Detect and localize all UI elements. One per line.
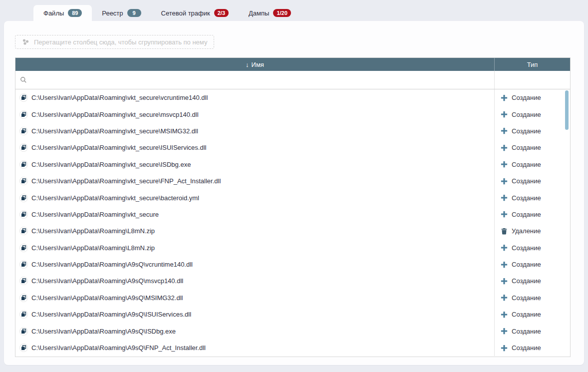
plus-icon [501, 278, 508, 285]
file-path: C:\Users\Ivan\AppData\Roaming\vkt_secure… [31, 161, 191, 168]
file-copy-icon [19, 277, 28, 285]
table-row[interactable]: C:\Users\Ivan\AppData\Roaming\vkt_secure… [15, 139, 570, 156]
type-cell: Создание [494, 189, 570, 206]
type-cell: Создание [494, 139, 570, 156]
filter-row [15, 71, 570, 89]
type-cell: Создание [494, 273, 570, 289]
file-copy-icon [19, 294, 28, 302]
event-type-label: Удаление [512, 227, 541, 235]
tab-files[interactable]: Файлы 89 [33, 5, 92, 21]
column-name-label: Имя [252, 61, 264, 68]
table-row[interactable]: C:\Users\Ivan\AppData\Roaming\A9sQ\MSIMG… [15, 290, 570, 306]
type-cell: Создание [494, 156, 570, 173]
trash-icon [501, 228, 508, 235]
table-row[interactable]: C:\Users\Ivan\AppData\Roaming\vkt_secure… [15, 173, 570, 189]
column-header-type[interactable]: Тип [494, 58, 570, 71]
name-cell: C:\Users\Ivan\AppData\Roaming\A9sQ\FNP_A… [15, 340, 494, 356]
event-type-label: Создание [512, 194, 541, 202]
file-copy-icon [19, 93, 28, 102]
name-cell: C:\Users\Ivan\AppData\Roaming\A9sQ\msvcp… [15, 273, 494, 289]
event-type-label: Создание [512, 294, 541, 302]
table-row[interactable]: C:\Users\Ivan\AppData\Roaming\vkt_secure… [15, 206, 570, 223]
file-copy-icon [19, 244, 28, 252]
event-type-label: Создание [512, 261, 541, 268]
tab-dumps[interactable]: Дампы 1/20 [239, 5, 301, 21]
event-type-label: Создание [512, 344, 541, 352]
column-type-label: Тип [527, 61, 538, 68]
type-cell: Создание [494, 89, 570, 106]
file-path: C:\Users\Ivan\AppData\Roaming\A9sQ\MSIMG… [31, 294, 183, 302]
table-row[interactable]: C:\Users\Ivan\AppData\Roaming\A9sQ\vcrun… [15, 256, 570, 273]
table-row[interactable]: C:\Users\Ivan\AppData\Roaming\vkt_secure… [15, 156, 570, 173]
event-type-label: Создание [512, 144, 541, 151]
tab-network-traffic[interactable]: Сетевой трафик 2/3 [151, 5, 239, 21]
file-path: C:\Users\Ivan\AppData\Roaming\A9sQ\vcrun… [31, 261, 193, 268]
name-cell: C:\Users\Ivan\AppData\Roaming\vkt_secure… [15, 123, 494, 139]
file-path: C:\Users\Ivan\AppData\Roaming\A9sQ\ISUIS… [31, 311, 191, 318]
event-type-label: Создание [512, 328, 541, 335]
type-cell: Создание [494, 306, 570, 323]
name-cell: C:\Users\Ivan\AppData\Roaming\A9sQ\ISUIS… [15, 306, 494, 323]
name-cell: C:\Users\Ivan\AppData\Roaming\L8mN.zip [15, 223, 494, 239]
type-cell: Создание [494, 290, 570, 306]
table-row[interactable]: C:\Users\Ivan\AppData\Roaming\A9sQ\ISDbg… [15, 323, 570, 339]
plus-icon [501, 244, 508, 251]
file-path: C:\Users\Ivan\AppData\Roaming\vkt_secure… [31, 194, 199, 202]
name-cell: C:\Users\Ivan\AppData\Roaming\vkt_secure [15, 206, 494, 223]
column-header-name[interactable]: ↓ Имя [15, 58, 494, 71]
tab-label: Файлы [43, 9, 64, 17]
file-path: C:\Users\Ivan\AppData\Roaming\vkt_secure… [31, 127, 198, 135]
table-row[interactable]: C:\Users\Ivan\AppData\Roaming\A9sQ\ISUIS… [15, 306, 570, 323]
file-path: C:\Users\Ivan\AppData\Roaming\vkt_secure… [31, 177, 221, 185]
group-by-dropzone[interactable]: Перетащите столбец сюда, чтобы сгруппиро… [15, 35, 214, 49]
file-path: C:\Users\Ivan\AppData\Roaming\L8mN.zip [31, 227, 155, 235]
sort-descending-icon: ↓ [246, 61, 249, 68]
tab-badge: 2/3 [214, 9, 229, 17]
table-row[interactable]: C:\Users\Ivan\AppData\Roaming\vkt_secure… [15, 189, 570, 206]
file-path: C:\Users\Ivan\AppData\Roaming\L8mN.zip [31, 244, 155, 252]
type-cell: Создание [494, 240, 570, 256]
name-cell: C:\Users\Ivan\AppData\Roaming\vkt_secure… [15, 139, 494, 156]
event-type-label: Создание [512, 161, 541, 168]
file-copy-icon [19, 177, 28, 185]
plus-icon [501, 111, 508, 118]
name-cell: C:\Users\Ivan\AppData\Roaming\A9sQ\MSIMG… [15, 290, 494, 306]
event-type-label: Создание [512, 127, 541, 135]
file-path: C:\Users\Ivan\AppData\Roaming\vkt_secure… [31, 94, 208, 101]
tab-label: Сетевой трафик [161, 9, 210, 17]
table-row[interactable]: C:\Users\Ivan\AppData\Roaming\vkt_secure… [15, 123, 570, 139]
type-cell: Создание [494, 123, 570, 139]
name-cell: C:\Users\Ivan\AppData\Roaming\L8mN.zip [15, 240, 494, 256]
plus-icon [501, 94, 508, 101]
event-type-label: Создание [512, 211, 541, 218]
plus-icon [501, 328, 508, 335]
plus-icon [501, 161, 508, 168]
name-cell: C:\Users\Ivan\AppData\Roaming\vkt_secure… [15, 106, 494, 122]
tab-bar: Файлы 89 Реестр 9 Сетевой трафик 2/3 Дам… [0, 0, 588, 21]
name-cell: C:\Users\Ivan\AppData\Roaming\vkt_secure… [15, 89, 494, 106]
table-row[interactable]: C:\Users\Ivan\AppData\Roaming\L8mN.zip С… [15, 240, 570, 256]
plus-icon [501, 127, 508, 134]
content-panel: Перетащите столбец сюда, чтобы сгруппиро… [4, 21, 584, 365]
plus-icon [501, 144, 508, 151]
table-row[interactable]: C:\Users\Ivan\AppData\Roaming\A9sQ\FNP_A… [15, 340, 570, 356]
file-copy-icon [19, 127, 28, 135]
name-filter-input[interactable] [15, 71, 494, 89]
table-row[interactable]: C:\Users\Ivan\AppData\Roaming\A9sQ\msvcp… [15, 273, 570, 289]
table-scrollbar-thumb[interactable] [565, 90, 569, 130]
event-type-label: Создание [512, 311, 541, 318]
type-cell: Создание [494, 206, 570, 223]
event-type-label: Создание [512, 111, 541, 118]
type-filter-input[interactable] [494, 71, 570, 89]
table-row[interactable]: C:\Users\Ivan\AppData\Roaming\vkt_secure… [15, 89, 570, 106]
file-copy-icon [19, 344, 28, 352]
file-path: C:\Users\Ivan\AppData\Roaming\vkt_secure… [31, 111, 199, 118]
tab-registry[interactable]: Реестр 9 [92, 5, 151, 21]
event-type-label: Создание [512, 244, 541, 252]
table-row[interactable]: C:\Users\Ivan\AppData\Roaming\L8mN.zip У… [15, 223, 570, 239]
name-cell: C:\Users\Ivan\AppData\Roaming\vkt_secure… [15, 189, 494, 206]
file-copy-icon [19, 143, 28, 152]
plus-icon [501, 194, 508, 201]
table-row[interactable]: C:\Users\Ivan\AppData\Roaming\vkt_secure… [15, 106, 570, 122]
file-copy-icon [19, 310, 28, 319]
